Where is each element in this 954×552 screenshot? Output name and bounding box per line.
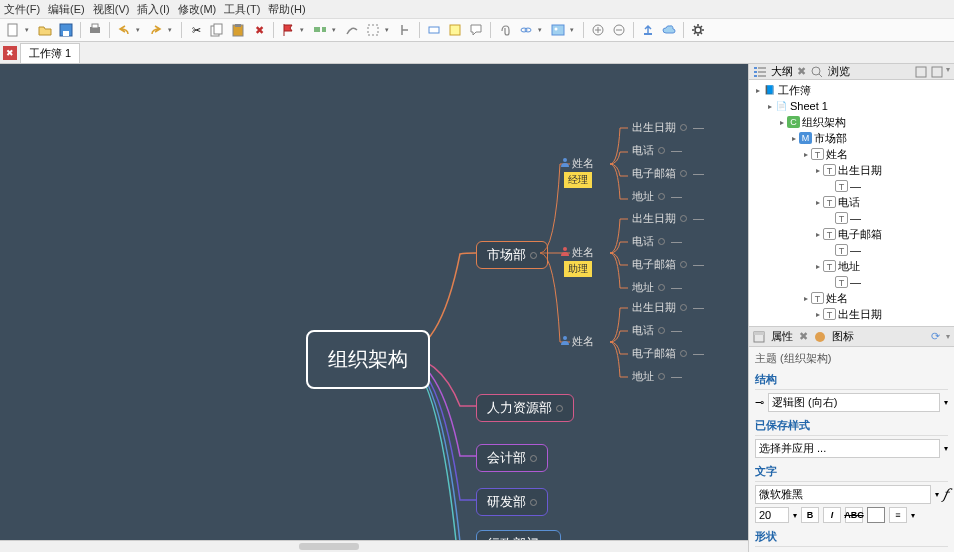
props-tab[interactable]: 属性 [771,329,793,344]
dept-admin[interactable]: 行政部门 [476,530,561,540]
tree-row[interactable]: ▸C组织架构 [751,114,952,130]
copy-icon[interactable] [208,21,226,39]
tree-row[interactable]: ▸T出生日期 [751,162,952,178]
field-leaf[interactable]: 电子邮箱— [628,256,708,273]
redo-icon[interactable] [147,21,165,39]
browse-tab[interactable]: 浏览 [828,64,850,79]
flag-icon[interactable] [279,21,297,39]
menu-view[interactable]: 视图(V) [93,2,130,17]
cut-icon[interactable]: ✂ [187,21,205,39]
tree-row[interactable]: T— [751,178,952,194]
menu-modify[interactable]: 修改(M) [178,2,217,17]
field-leaf[interactable]: 地址— [628,188,686,205]
relation-icon[interactable] [343,21,361,39]
field-leaf[interactable]: 出生日期— [628,299,708,316]
tree-row[interactable]: T— [751,274,952,290]
close-tab-icon[interactable]: ✖ [3,46,17,60]
note-icon[interactable] [446,21,464,39]
dept-accounting[interactable]: 会计部 [476,444,548,472]
menu-tools[interactable]: 工具(T) [224,2,260,17]
tree-row[interactable]: ▸T电子邮箱 [751,226,952,242]
tree-row[interactable]: ▸📄Sheet 1 [751,98,952,114]
tree-row[interactable]: ▸T电话 [751,194,952,210]
new-icon[interactable] [4,21,22,39]
field-leaf[interactable]: 地址— [628,368,686,385]
dropdown-icon[interactable]: ▾ [385,26,393,34]
tree-row[interactable]: T— [751,210,952,226]
field-leaf[interactable]: 电子邮箱— [628,165,708,182]
tree-row[interactable]: ▸T出生日期 [751,306,952,322]
drilldown-icon[interactable] [589,21,607,39]
italic-button[interactable]: I [823,507,841,523]
menu-help[interactable]: 帮助(H) [268,2,305,17]
panel-btn-icon[interactable] [930,65,944,79]
field-leaf[interactable]: 地址— [628,279,686,296]
color-button[interactable] [867,507,885,523]
dropdown-icon[interactable]: ▾ [300,26,308,34]
dept-rd[interactable]: 研发部 [476,488,548,516]
menu-insert[interactable]: 插入(I) [137,2,169,17]
drillup-icon[interactable] [610,21,628,39]
dropdown-icon[interactable]: ▾ [168,26,176,34]
outline-tab[interactable]: 大纲 [771,64,793,79]
tree-row[interactable]: ▸T地址 [751,258,952,274]
dropdown-icon[interactable]: ▾ [136,26,144,34]
style-select[interactable]: 选择并应用 ... [755,439,940,458]
delete-icon[interactable]: ✖ [250,21,268,39]
panel-btn-icon[interactable] [914,65,928,79]
tree-row[interactable]: ▸T姓名 [751,290,952,306]
dropdown-icon[interactable]: ▾ [25,26,33,34]
name-node[interactable]: 姓名 [556,333,598,350]
field-leaf[interactable]: 电话— [628,322,686,339]
workbook-tab[interactable]: 工作簿 1 [20,43,80,63]
field-leaf[interactable]: 出生日期— [628,119,708,136]
open-icon[interactable] [36,21,54,39]
dept-hr[interactable]: 人力资源部 [476,394,574,422]
field-leaf[interactable]: 出生日期— [628,210,708,227]
bold-button[interactable]: B [801,507,819,523]
icons-tab[interactable]: 图标 [832,329,854,344]
strike-button[interactable]: ABC [845,507,863,523]
tree-row[interactable]: ▸📘工作簿 [751,82,952,98]
outline-tree[interactable]: ▸📘工作簿 ▸📄Sheet 1 ▸C组织架构 ▸M市场部 ▸T姓名 ▸T出生日期… [749,80,954,326]
dept-market[interactable]: 市场部 [476,241,548,269]
attach-icon[interactable] [496,21,514,39]
undo-icon[interactable] [115,21,133,39]
field-leaf[interactable]: 电话— [628,142,686,159]
save-icon[interactable] [57,21,75,39]
font-size-input[interactable]: 20 [755,507,789,523]
root-node[interactable]: 组织架构 [306,330,430,389]
tree-row[interactable]: ▸M市场部 [751,130,952,146]
dropdown-icon[interactable]: ▾ [332,26,340,34]
comment-icon[interactable] [467,21,485,39]
label-icon[interactable] [425,21,443,39]
mindmap-canvas[interactable]: 组织架构 市场部 人力资源部 会计部 研发部 行政部门 销售部 姓名 经理 姓名… [0,64,748,540]
summary-icon[interactable] [396,21,414,39]
link-icon[interactable] [517,21,535,39]
menu-file[interactable]: 文件(F) [4,2,40,17]
image-icon[interactable] [549,21,567,39]
dropdown-icon[interactable]: ▾ [570,26,578,34]
svg-point-21 [695,27,701,33]
name-node[interactable]: 姓名 [556,155,598,172]
field-leaf[interactable]: 电子邮箱— [628,345,708,362]
tree-row[interactable]: T— [751,242,952,258]
gear-icon[interactable] [689,21,707,39]
cloud-icon[interactable] [660,21,678,39]
print-icon[interactable] [86,21,104,39]
name-node[interactable]: 姓名 [556,244,598,261]
node-add-icon[interactable] [311,21,329,39]
dropdown-icon[interactable]: ▾ [538,26,546,34]
struct-select[interactable]: 逻辑图 (向右) [768,393,940,412]
tree-row[interactable]: ▸T姓名 [751,146,952,162]
font-style-italic-icon[interactable]: 𝑓 [943,486,948,503]
font-select[interactable]: 微软雅黑 [755,485,931,504]
paste-icon[interactable] [229,21,247,39]
field-leaf[interactable]: 电话— [628,233,686,250]
horizontal-scrollbar[interactable] [0,540,748,552]
boundary-icon[interactable] [364,21,382,39]
share-icon[interactable] [639,21,657,39]
menu-edit[interactable]: 编辑(E) [48,2,85,17]
svg-rect-33 [932,67,942,77]
align-button[interactable]: ≡ [889,507,907,523]
